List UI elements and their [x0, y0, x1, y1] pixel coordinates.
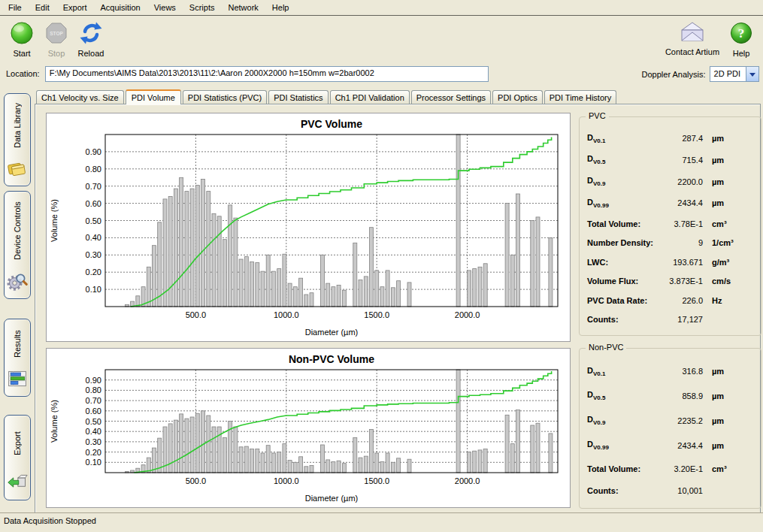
toolbar: Start STOP Stop Reload [0, 16, 763, 61]
doppler-analysis-select[interactable]: 2D PDI [710, 66, 759, 82]
sidebar-item-label: Device Controls [13, 192, 22, 271]
menu-help[interactable]: Help [265, 1, 296, 14]
svg-text:Volume (%): Volume (%) [50, 400, 59, 443]
svg-text:0.40: 0.40 [86, 427, 101, 436]
menu-bar: File Edit Export Acquisition Views Scrip… [0, 0, 763, 16]
sidebar-item-data-library[interactable]: Data Library [4, 93, 31, 186]
svg-text:1500.0: 1500.0 [364, 476, 389, 485]
svg-text:STOP: STOP [50, 31, 63, 36]
menu-views[interactable]: Views [147, 1, 183, 14]
svg-text:0.30: 0.30 [86, 250, 101, 259]
reload-button[interactable]: Reload [74, 17, 108, 58]
stat-row-dv01: DV0.1 287.4µm [580, 133, 761, 144]
svg-text:0.80: 0.80 [86, 165, 101, 174]
export-arrow-icon [7, 472, 28, 494]
non-pvc-stats-groupbox: Non-PVC DV0.1 316.8µm DV0.5 858.9µm DV0.… [579, 348, 761, 509]
svg-text:1000.0: 1000.0 [274, 476, 299, 485]
sidebar-item-label: Data Library [13, 94, 22, 158]
location-field[interactable]: F:\My Documents\AIMS Data\2013\2013\11\2… [45, 66, 489, 82]
svg-text:?: ? [738, 26, 745, 41]
svg-text:0.40: 0.40 [86, 233, 101, 242]
stat-row-number-density: Number Density: 91/cm³ [580, 238, 761, 247]
tab-pdi-statistics-pvc[interactable]: PDI Statistics (PVC) [183, 90, 267, 104]
svg-text:0.50: 0.50 [86, 216, 101, 225]
tab-pdi-time-history[interactable]: PDI Time History [544, 90, 617, 104]
stat-row-counts: Counts: 10,001 [580, 486, 761, 495]
menu-file[interactable]: File [2, 1, 29, 14]
status-text: Data Acquisition Stopped [4, 516, 96, 525]
tab-strip: Ch1 Velocity vs. Size PDI Volume PDI Sta… [35, 87, 761, 104]
stat-row-total-volume: Total Volume: 3.20E-1cm³ [580, 464, 761, 473]
sidebar-item-export[interactable]: Export [4, 415, 31, 500]
sidebar: Data Library Device Controls [0, 86, 35, 515]
menu-scripts[interactable]: Scripts [183, 1, 222, 14]
start-icon [9, 20, 35, 47]
svg-text:0.10: 0.10 [86, 285, 101, 294]
svg-text:0.90: 0.90 [86, 376, 101, 385]
menu-network[interactable]: Network [221, 1, 265, 14]
stat-row-dv05: DV0.5 715.4µm [580, 154, 761, 165]
svg-text:0.90: 0.90 [86, 147, 101, 156]
svg-text:Volume (%): Volume (%) [50, 199, 59, 242]
svg-text:500.0: 500.0 [186, 310, 207, 319]
svg-text:0.80: 0.80 [86, 385, 101, 394]
sidebar-item-label: Results [13, 319, 22, 368]
sidebar-item-device-controls[interactable]: Device Controls [4, 191, 31, 299]
menu-edit[interactable]: Edit [29, 1, 56, 14]
stat-row-dv099: DV0.99 2434.4µm [580, 440, 761, 451]
location-row: Location: F:\My Documents\AIMS Data\2013… [0, 61, 763, 86]
status-bar: Data Acquisition Stopped [0, 512, 763, 532]
sidebar-item-results[interactable]: Results [4, 319, 31, 397]
content-area: Ch1 Velocity vs. Size PDI Volume PDI Sta… [35, 87, 761, 515]
stop-button[interactable]: STOP Stop [39, 17, 74, 58]
svg-text:0.20: 0.20 [86, 268, 101, 277]
svg-text:500.0: 500.0 [186, 476, 207, 485]
tab-processor-settings[interactable]: Processor Settings [411, 90, 491, 104]
svg-text:0.30: 0.30 [86, 437, 101, 446]
stat-row-lwc: LWC: 193.671g/m³ [580, 258, 761, 267]
help-button[interactable]: ? Help [724, 17, 758, 58]
contact-artium-label: Contact Artium [665, 47, 719, 56]
stat-row-dv099: DV0.99 2434.4µm [580, 198, 761, 209]
help-label: Help [733, 49, 750, 58]
stat-row-dv09: DV0.9 2235.2µm [580, 415, 761, 426]
pvc-groupbox-title: PVC [586, 111, 609, 120]
stat-row-dv05: DV0.5 858.9µm [580, 390, 761, 401]
svg-text:Diameter (µm): Diameter (µm) [305, 494, 359, 503]
stat-row-total-volume: Total Volume: 3.78E-1cm³ [580, 219, 761, 228]
stop-icon: STOP [44, 20, 69, 47]
svg-text:0.60: 0.60 [86, 407, 101, 416]
tab-ch1-pdi-validation[interactable]: Ch1 PDI Validation [330, 90, 410, 104]
sidebar-item-label: Export [13, 416, 22, 472]
menu-acquisition[interactable]: Acquisition [94, 1, 147, 14]
stop-label: Stop [48, 49, 65, 58]
svg-text:0.20: 0.20 [86, 448, 101, 457]
tab-pdi-volume[interactable]: PDI Volume [126, 89, 181, 104]
combo-dropdown-button[interactable] [746, 67, 758, 81]
chevron-down-icon [749, 73, 755, 80]
svg-text:1000.0: 1000.0 [274, 310, 299, 319]
start-button[interactable]: Start [5, 17, 39, 58]
svg-text:0.10: 0.10 [86, 458, 101, 467]
pdi-volume-page: 0.100.200.300.400.500.600.700.800.90500.… [35, 104, 761, 515]
gear-magnifier-icon [7, 271, 28, 293]
tab-ch1-velocity-vs-size[interactable]: Ch1 Velocity vs. Size [36, 90, 124, 104]
location-label: Location: [6, 69, 40, 78]
reload-icon [78, 20, 104, 47]
envelope-icon [679, 20, 706, 46]
start-label: Start [13, 49, 30, 58]
results-chart-icon [7, 368, 28, 391]
svg-text:PVC Volume: PVC Volume [301, 118, 362, 130]
stat-row-dv09: DV0.9 2200.0µm [580, 176, 761, 187]
non-pvc-volume-chart: 0.100.200.300.400.500.600.700.800.90500.… [46, 348, 571, 508]
svg-text:2000.0: 2000.0 [455, 310, 480, 319]
tab-pdi-optics[interactable]: PDI Optics [492, 90, 543, 104]
contact-artium-button[interactable]: Contact Artium [661, 17, 724, 56]
svg-text:2000.0: 2000.0 [455, 476, 480, 485]
stat-row-pvc-data-rate: PVC Data Rate: 226.0Hz [580, 296, 761, 305]
svg-text:1500.0: 1500.0 [364, 310, 389, 319]
pvc-stats-groupbox: PVC DV0.1 287.4µm DV0.5 715.4µm DV0.9 22… [579, 116, 761, 336]
main-area: Data Library Device Controls [0, 86, 763, 515]
tab-pdi-statistics[interactable]: PDI Statistics [268, 90, 328, 104]
menu-export[interactable]: Export [56, 1, 94, 14]
